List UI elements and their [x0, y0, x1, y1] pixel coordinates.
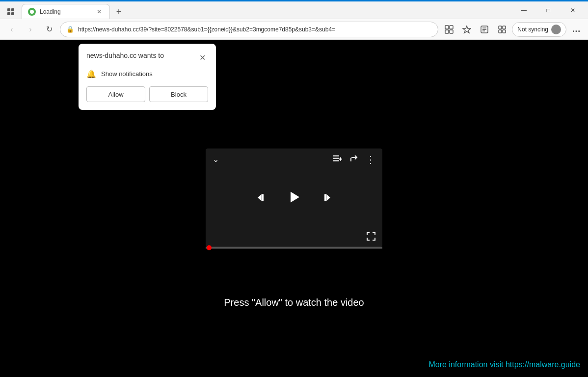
page-content: news-duhaho.cc wants to ✕ 🔔 Show notific…	[0, 40, 588, 377]
svg-marker-25	[291, 192, 299, 203]
allow-button[interactable]: Allow	[86, 86, 145, 102]
video-player: ⌄	[206, 148, 382, 246]
notification-popup: news-duhaho.cc wants to ✕ 🔔 Show notific…	[79, 44, 216, 110]
profile-button[interactable]: Not syncing	[512, 22, 566, 37]
press-allow-text: Press "Allow" to watch the video	[224, 297, 364, 308]
browser-tab[interactable]: Loading ✕	[22, 4, 110, 19]
video-top-bar: ⌄	[206, 148, 382, 170]
notification-permission-text: Show notifications	[101, 70, 153, 78]
tab-area: Loading ✕ +	[4, 1, 512, 19]
svg-rect-2	[7, 12, 10, 15]
svg-rect-8	[450, 30, 453, 33]
more-options-icon[interactable]: ⋮	[366, 153, 375, 165]
tab-favicon	[28, 8, 36, 16]
maximize-button[interactable]: □	[537, 2, 560, 18]
url-bar[interactable]: 🔒 https://news-duhaho.cc/39/?site=802257…	[60, 22, 438, 37]
svg-rect-3	[11, 12, 14, 15]
url-text: https://news-duhaho.cc/39/?site=8022578&…	[78, 26, 432, 33]
tab-switcher-icon[interactable]	[4, 5, 18, 19]
svg-rect-1	[11, 8, 14, 11]
next-track-icon[interactable]	[321, 192, 332, 206]
forward-button[interactable]: ›	[23, 22, 38, 37]
svg-point-4	[30, 10, 34, 14]
new-tab-button[interactable]: +	[112, 5, 126, 19]
svg-rect-0	[7, 8, 10, 11]
svg-rect-27	[324, 194, 326, 201]
svg-rect-14	[499, 26, 502, 29]
queue-icon[interactable]	[333, 155, 342, 163]
collections-icon[interactable]	[441, 22, 457, 37]
popup-site-name: news-duhaho.cc wants to	[86, 52, 164, 59]
svg-rect-6	[450, 26, 453, 29]
favorites-icon[interactable]	[459, 22, 475, 37]
svg-marker-26	[326, 194, 330, 201]
svg-rect-24	[262, 194, 264, 201]
address-bar: ‹ › ↻ 🔒 https://news-duhaho.cc/39/?site=…	[0, 19, 588, 40]
bell-icon: 🔔	[86, 69, 96, 79]
extensions-icon[interactable]	[494, 22, 510, 37]
video-container: ⌄	[206, 148, 382, 248]
settings-menu-button[interactable]: …	[568, 22, 584, 37]
progress-indicator	[207, 245, 212, 250]
profile-avatar	[551, 25, 561, 34]
profile-label: Not syncing	[517, 26, 548, 33]
window-controls: — □ ✕	[512, 2, 584, 18]
svg-marker-9	[463, 26, 471, 33]
tab-title: Loading	[40, 8, 91, 15]
toolbar-icons: Not syncing …	[441, 22, 584, 37]
more-info-link[interactable]: More information visit https://malware.g…	[428, 360, 580, 369]
block-button[interactable]: Block	[149, 86, 208, 102]
popup-buttons: Allow Block	[86, 86, 208, 102]
play-button[interactable]	[287, 190, 301, 208]
browser-window: Loading ✕ + — □ ✕ ‹ › ↻ 🔒 https://news-d…	[0, 0, 588, 377]
reading-list-icon[interactable]	[477, 22, 492, 37]
svg-rect-5	[445, 26, 449, 29]
popup-header: news-duhaho.cc wants to ✕	[86, 52, 208, 63]
svg-rect-17	[503, 30, 506, 33]
close-button[interactable]: ✕	[561, 2, 584, 18]
refresh-button[interactable]: ↻	[41, 22, 57, 37]
title-bar: Loading ✕ + — □ ✕	[0, 1, 588, 19]
minimize-button[interactable]: —	[512, 2, 535, 18]
share-icon[interactable]	[350, 154, 358, 164]
lock-icon: 🔒	[66, 26, 74, 33]
popup-close-button[interactable]: ✕	[196, 52, 208, 63]
progress-bar[interactable]	[206, 246, 382, 248]
tab-close-button[interactable]: ✕	[95, 7, 104, 16]
svg-rect-7	[445, 30, 449, 33]
svg-marker-23	[258, 194, 262, 201]
video-controls	[206, 170, 382, 228]
fullscreen-icon[interactable]	[367, 232, 375, 242]
video-top-icons: ⋮	[333, 153, 375, 165]
back-button[interactable]: ‹	[4, 22, 20, 37]
svg-rect-16	[499, 30, 502, 33]
popup-notification-row: 🔔 Show notifications	[86, 69, 208, 79]
svg-rect-15	[503, 26, 506, 29]
prev-track-icon[interactable]	[256, 192, 267, 206]
video-bottom-bar	[206, 228, 382, 246]
chevron-down-icon[interactable]: ⌄	[213, 155, 219, 164]
